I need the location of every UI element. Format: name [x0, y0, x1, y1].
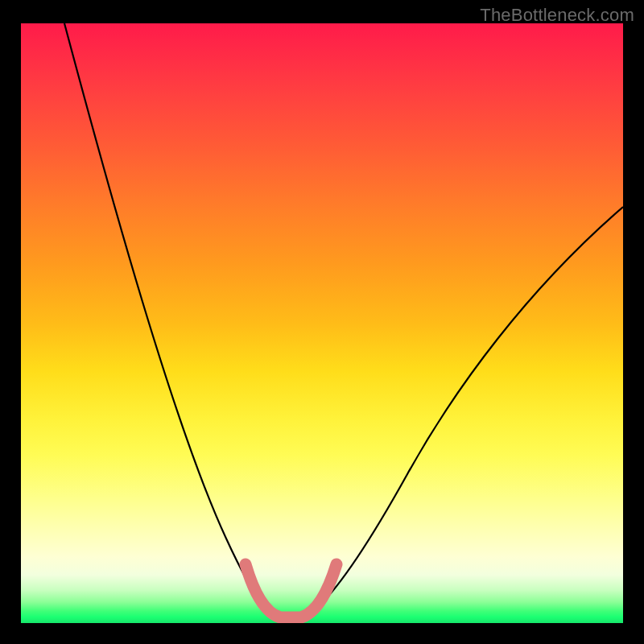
optimal-zone-highlight [246, 564, 336, 617]
plot-area [21, 23, 623, 623]
chart-frame: TheBottleneck.com [0, 0, 644, 644]
watermark-text: TheBottleneck.com [480, 5, 634, 26]
curve-right [319, 207, 623, 606]
curve-left [64, 23, 264, 606]
curve-overlay [21, 23, 623, 623]
